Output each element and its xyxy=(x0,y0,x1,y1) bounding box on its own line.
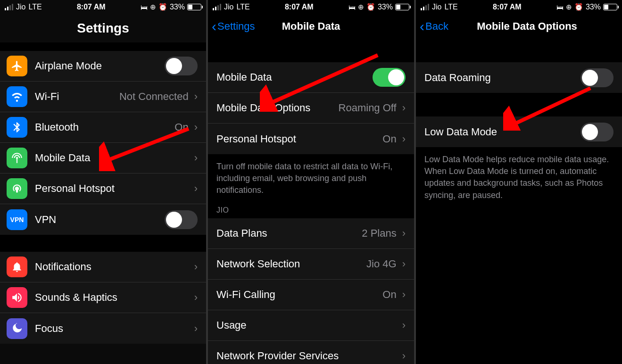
toggle-mobile-data[interactable] xyxy=(373,68,406,87)
row-personal-hotspot[interactable]: Personal Hotspot On › xyxy=(208,124,414,154)
row-notifications[interactable]: Notifications › xyxy=(0,252,206,282)
footer-text: Low Data Mode helps reduce mobile data u… xyxy=(416,147,622,205)
row-label: Sounds & Haptics xyxy=(35,291,192,304)
hotspot-icon xyxy=(7,178,27,199)
row-bluetooth[interactable]: Bluetooth On › xyxy=(0,112,206,143)
network-label: LTE xyxy=(236,3,249,11)
row-detail: 2 Plans xyxy=(362,227,396,240)
wifi-icon xyxy=(7,86,27,107)
row-data-roaming[interactable]: Data Roaming xyxy=(416,62,622,93)
battery-icon xyxy=(395,4,409,10)
page-title: Mobile Data xyxy=(282,20,340,33)
row-network-selection[interactable]: Network Selection Jio 4G › xyxy=(208,249,414,280)
page-title: Mobile Data Options xyxy=(477,20,577,33)
clock-label: 8:07 AM xyxy=(285,3,314,11)
chevron-right-icon: › xyxy=(194,291,198,304)
chevron-right-icon: › xyxy=(402,102,406,114)
vpn-icon: VPN xyxy=(7,209,27,230)
page-title: Settings xyxy=(0,21,206,36)
chevron-right-icon: › xyxy=(402,319,406,331)
chevron-left-icon: ‹ xyxy=(212,19,216,33)
row-label: Network Selection xyxy=(216,258,366,270)
row-data-plans[interactable]: Data Plans 2 Plans › xyxy=(208,218,414,249)
speaker-icon xyxy=(7,287,27,308)
network-label: LTE xyxy=(444,3,457,11)
orientation-lock-icon: ⊕ xyxy=(358,3,364,11)
row-vpn[interactable]: VPN VPN xyxy=(0,204,206,235)
row-label: Mobile Data xyxy=(35,152,192,164)
screen-mobile-data: Jio LTE 8:07 AM 🛏 ⊕ ⏰ 33% ‹ Settings Mob… xyxy=(208,0,414,364)
bed-icon: 🛏 xyxy=(141,3,148,11)
row-mobile-data[interactable]: Mobile Data › xyxy=(0,143,206,174)
screen-mobile-data-options: Jio LTE 8:07 AM 🛏 ⊕ ⏰ 33% ‹ Back Mobile … xyxy=(416,0,622,364)
moon-icon xyxy=(7,318,27,339)
row-label: Usage xyxy=(216,319,400,331)
row-detail: On xyxy=(382,289,396,301)
row-label: Focus xyxy=(35,323,192,335)
row-label: Data Plans xyxy=(216,227,362,240)
bell-icon xyxy=(7,256,27,277)
row-hotspot[interactable]: Personal Hotspot › xyxy=(0,174,206,204)
screen-settings: Jio LTE 8:07 AM 🛏 ⊕ ⏰ 33% Settings Airpl… xyxy=(0,0,206,364)
back-button[interactable]: ‹ Back xyxy=(416,19,448,33)
status-bar: Jio LTE 8:07 AM 🛏 ⊕ ⏰ 33% xyxy=(0,0,206,14)
battery-icon xyxy=(187,4,201,10)
row-focus[interactable]: Focus › xyxy=(0,313,206,344)
clock-label: 8:07 AM xyxy=(493,3,522,11)
battery-pct: 33% xyxy=(378,3,393,11)
row-mobile-data-toggle[interactable]: Mobile Data xyxy=(208,62,414,93)
signal-icon xyxy=(421,4,429,10)
chevron-right-icon: › xyxy=(194,91,198,103)
row-label: Mobile Data xyxy=(216,71,373,83)
row-wifi-calling[interactable]: Wi-Fi Calling On › xyxy=(208,280,414,310)
chevron-left-icon: ‹ xyxy=(420,19,424,33)
group-header: JIO xyxy=(208,200,414,218)
signal-icon xyxy=(213,4,221,10)
chevron-right-icon: › xyxy=(402,133,406,145)
alarm-icon: ⏰ xyxy=(366,3,375,11)
toggle-low-data-mode[interactable] xyxy=(581,123,614,141)
row-label: Wi-Fi xyxy=(35,91,119,103)
battery-pct: 33% xyxy=(586,3,601,11)
bluetooth-icon xyxy=(7,117,27,138)
row-wifi[interactable]: Wi-Fi Not Connected › xyxy=(0,82,206,112)
row-label: VPN xyxy=(35,214,165,226)
row-detail: Not Connected xyxy=(119,91,189,103)
row-label: Bluetooth xyxy=(35,121,174,133)
alarm-icon: ⏰ xyxy=(158,3,167,11)
alarm-icon: ⏰ xyxy=(574,3,583,11)
airplane-icon xyxy=(7,56,27,76)
battery-icon xyxy=(603,4,617,10)
carrier-label: Jio xyxy=(16,3,25,11)
toggle-data-roaming[interactable] xyxy=(581,68,614,87)
network-label: LTE xyxy=(28,3,41,11)
signal-icon xyxy=(5,4,13,10)
row-mobile-data-options[interactable]: Mobile Data Options Roaming Off › xyxy=(208,93,414,124)
back-label: Back xyxy=(425,20,448,33)
row-label: Personal Hotspot xyxy=(35,182,192,195)
row-airplane[interactable]: Airplane Mode xyxy=(0,51,206,82)
row-label: Low Data Mode xyxy=(424,126,581,138)
battery-pct: 33% xyxy=(170,3,185,11)
row-detail: Roaming Off xyxy=(339,102,397,114)
row-label: Mobile Data Options xyxy=(216,102,339,114)
row-low-data-mode[interactable]: Low Data Mode xyxy=(416,116,622,147)
chevron-right-icon: › xyxy=(402,227,406,240)
chevron-right-icon: › xyxy=(194,152,198,164)
chevron-right-icon: › xyxy=(194,182,198,195)
orientation-lock-icon: ⊕ xyxy=(150,3,156,11)
row-provider-services[interactable]: Network Provider Services › xyxy=(208,341,414,364)
chevron-right-icon: › xyxy=(402,350,406,362)
row-sounds[interactable]: Sounds & Haptics › xyxy=(0,282,206,313)
row-label: Network Provider Services xyxy=(216,350,400,362)
chevron-right-icon: › xyxy=(194,121,198,133)
row-label: Wi-Fi Calling xyxy=(216,289,382,301)
chevron-right-icon: › xyxy=(402,289,406,301)
row-usage[interactable]: Usage › xyxy=(208,310,414,341)
orientation-lock-icon: ⊕ xyxy=(566,3,572,11)
back-button[interactable]: ‹ Settings xyxy=(208,19,255,33)
cellular-icon xyxy=(7,148,27,168)
row-detail: On xyxy=(382,133,396,145)
toggle-airplane[interactable] xyxy=(165,57,198,75)
toggle-vpn[interactable] xyxy=(165,210,198,229)
